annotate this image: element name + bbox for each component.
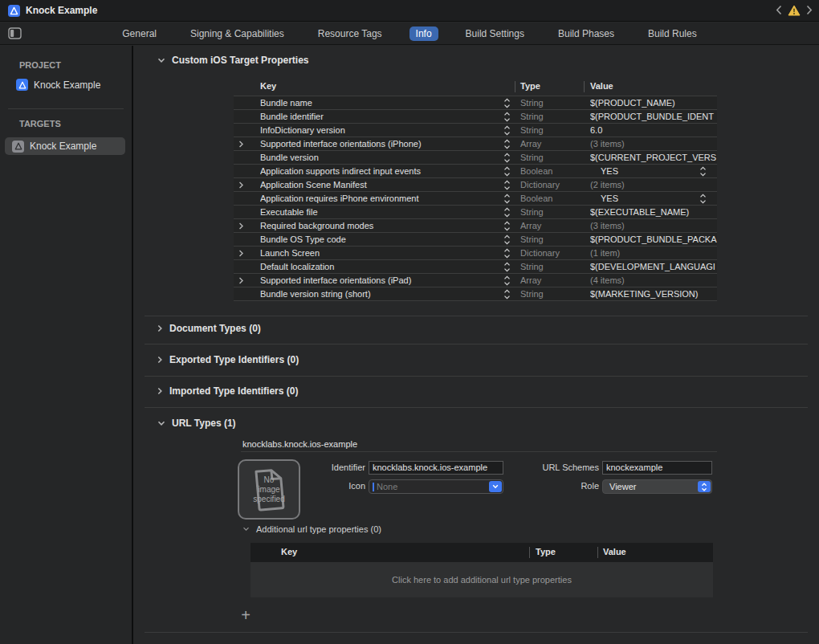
tab-build-rules[interactable]: Build Rules <box>642 26 703 41</box>
table-row[interactable]: Bundle OS Type code String $(PRODUCT_BUN… <box>234 233 717 247</box>
table-row[interactable]: Application supports indirect input even… <box>234 165 717 178</box>
row-type[interactable]: Array <box>520 274 581 287</box>
key-stepper-icon[interactable] <box>503 289 511 304</box>
row-key: Application requires iPhone environment <box>260 192 497 206</box>
row-value[interactable]: (1 item) <box>590 247 717 260</box>
section-divider <box>145 407 808 408</box>
row-value[interactable]: YES <box>601 192 727 206</box>
section-exported-type-identifiers[interactable]: Exported Type Identifiers (0) <box>157 354 299 365</box>
popup-stepper-button[interactable] <box>698 481 711 492</box>
tab-resource-tags[interactable]: Resource Tags <box>312 26 389 41</box>
row-type[interactable]: String <box>520 233 581 247</box>
section-custom-ios-target-properties[interactable]: Custom iOS Target Properties <box>157 55 308 66</box>
table-row[interactable]: Supported interface orientations (iPhone… <box>234 137 717 151</box>
row-type[interactable]: Dictionary <box>520 178 581 192</box>
target-icon <box>12 141 24 153</box>
row-value[interactable]: $(DEVELOPMENT_LANGUAGI <box>590 260 717 274</box>
row-value[interactable]: (3 items) <box>590 137 717 151</box>
row-value[interactable]: $(EXECUTABLE_NAME) <box>590 206 717 219</box>
column-type: Type <box>536 547 556 556</box>
forward-chevron-icon[interactable] <box>806 5 813 17</box>
additional-properties-empty-area[interactable]: Click here to add additional url type pr… <box>251 562 713 597</box>
sidebar-project-label: Knock Example <box>34 79 100 91</box>
row-type[interactable]: String <box>520 206 581 219</box>
row-type[interactable]: Boolean <box>520 165 581 178</box>
text-caret <box>373 483 374 491</box>
table-row[interactable]: Bundle version String $(CURRENT_PROJECT_… <box>234 151 717 165</box>
row-value[interactable]: $(PRODUCT_NAME) <box>590 96 717 110</box>
row-type[interactable]: String <box>520 287 581 301</box>
row-value[interactable]: (3 items) <box>590 219 717 233</box>
role-popup-button[interactable]: Viewer <box>602 479 712 494</box>
warning-icon[interactable] <box>788 5 801 18</box>
section-title: Document Types (0) <box>169 323 261 334</box>
row-type[interactable]: Array <box>520 219 581 233</box>
sidebar-item-project[interactable]: Knock Example <box>16 79 100 91</box>
table-row[interactable]: Bundle identifier String $(PRODUCT_BUNDL… <box>234 110 717 124</box>
table-row[interactable]: Launch Screen Dictionary (1 item) <box>234 247 717 260</box>
section-imported-type-identifiers[interactable]: Imported Type Identifiers (0) <box>157 385 298 397</box>
row-value[interactable]: 6.0 <box>590 124 717 137</box>
add-url-type-button[interactable]: + <box>238 608 254 624</box>
chevron-down-icon <box>157 58 165 63</box>
tab-info[interactable]: Info <box>410 26 438 41</box>
row-value[interactable]: $(MARKETING_VERSION) <box>590 287 717 301</box>
section-url-types[interactable]: URL Types (1) <box>157 418 236 429</box>
column-separator <box>529 547 530 558</box>
role-label: Role <box>503 479 599 493</box>
row-key: Bundle identifier <box>260 110 497 124</box>
row-value[interactable]: YES <box>601 165 727 178</box>
section-divider <box>145 316 808 316</box>
row-type[interactable]: String <box>520 110 581 124</box>
tab-general[interactable]: General <box>116 26 163 41</box>
url-schemes-label: URL Schemes <box>503 461 599 475</box>
project-icon <box>16 79 28 91</box>
row-type[interactable]: String <box>520 151 581 165</box>
row-type[interactable]: String <box>520 124 581 137</box>
row-type[interactable]: Array <box>520 137 581 151</box>
custom-properties-table: Key Type Value Bundle name String $(PROD… <box>234 78 717 301</box>
row-value[interactable]: (4 items) <box>590 274 717 287</box>
sidebar-item-target-selected[interactable]: Knock Example <box>5 137 125 155</box>
table-row[interactable]: Default localization String $(DEVELOPMEN… <box>234 260 717 274</box>
additional-url-type-properties-header[interactable]: Additional url type properties (0) <box>242 524 381 534</box>
table-row[interactable]: Bundle version string (short) String $(M… <box>234 287 717 301</box>
table-header: Key Type Value <box>234 78 717 96</box>
row-type[interactable]: String <box>520 260 581 274</box>
table-row[interactable]: Supported interface orientations (iPad) … <box>234 274 717 287</box>
sidebar-divider <box>8 108 124 109</box>
row-type[interactable]: Boolean <box>520 192 581 206</box>
table-row[interactable]: Executable file String $(EXECUTABLE_NAME… <box>234 206 717 219</box>
tab-build-phases[interactable]: Build Phases <box>552 26 621 41</box>
tab-signing-capabilities[interactable]: Signing & Capabilities <box>184 26 291 41</box>
sidebar-toggle-icon[interactable] <box>8 27 22 41</box>
tab-build-settings[interactable]: Build Settings <box>459 26 531 41</box>
row-key: Supported interface orientations (iPhone… <box>260 137 497 151</box>
url-schemes-field[interactable]: knockexample <box>602 461 712 475</box>
section-divider <box>145 376 808 377</box>
row-value[interactable]: $(PRODUCT_BUNDLE_IDENT <box>590 110 717 124</box>
column-key: Key <box>281 547 297 556</box>
combobox-dropdown-button[interactable] <box>489 481 502 492</box>
sidebar-project-heading: PROJECT <box>19 60 61 70</box>
column-type: Type <box>520 81 540 91</box>
identifier-field[interactable]: knocklabs.knock.ios-example <box>369 461 503 475</box>
row-key: Bundle OS Type code <box>260 233 497 247</box>
table-row[interactable]: Application Scene Manifest Dictionary (2… <box>234 178 717 192</box>
sidebar-targets-heading: TARGETS <box>19 119 61 128</box>
table-row[interactable]: Bundle name String $(PRODUCT_NAME) <box>234 96 717 110</box>
row-value[interactable]: (2 items) <box>590 178 717 192</box>
back-chevron-icon[interactable] <box>776 5 782 17</box>
table-row[interactable]: InfoDictionary version String 6.0 <box>234 124 717 137</box>
row-type[interactable]: Dictionary <box>520 247 581 260</box>
additional-properties-table: Key Type Value Click here to add additio… <box>251 543 713 597</box>
table-row[interactable]: Required background modes Array (3 items… <box>234 219 717 233</box>
section-document-types[interactable]: Document Types (0) <box>157 323 261 334</box>
row-key: InfoDictionary version <box>260 124 497 137</box>
icon-combobox[interactable]: None <box>369 479 503 494</box>
table-row[interactable]: Application requires iPhone environment … <box>234 192 717 206</box>
row-type[interactable]: String <box>520 96 581 110</box>
chevron-right-icon <box>157 356 163 364</box>
row-value[interactable]: $(PRODUCT_BUNDLE_PACKA <box>590 233 717 247</box>
row-value[interactable]: $(CURRENT_PROJECT_VERS <box>590 151 717 165</box>
